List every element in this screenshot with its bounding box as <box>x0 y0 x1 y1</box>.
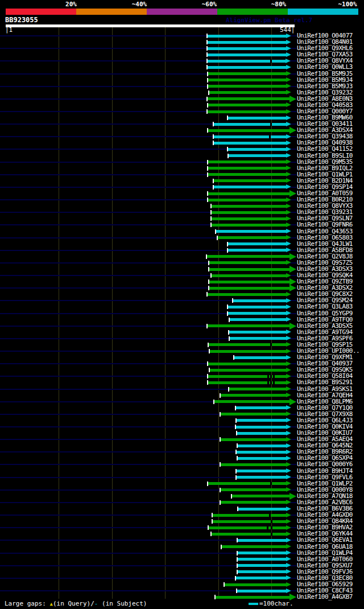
alignment-bar[interactable] <box>228 148 286 151</box>
alignment-bar[interactable] <box>229 388 286 390</box>
alignment-bar[interactable] <box>237 564 286 567</box>
hit-label[interactable]: UniRef100_Q0WLL3 <box>297 64 353 70</box>
alignment-bar[interactable] <box>235 406 286 409</box>
hit-label[interactable]: UniRef100_A7QEH4 <box>297 392 353 398</box>
hit-label[interactable]: UniRef100_B9HJT4 <box>297 468 353 474</box>
alignment-bar[interactable] <box>208 161 287 163</box>
alignment-bar[interactable] <box>228 249 286 252</box>
alignment-bar[interactable] <box>225 583 287 586</box>
alignment-bar[interactable] <box>209 261 287 264</box>
hit-label[interactable]: UniRef100_Q8LPM6 <box>297 398 353 405</box>
alignment-bar[interactable] <box>228 154 286 157</box>
alignment-bar[interactable] <box>237 552 286 554</box>
hit-label[interactable]: UniRef100_A9SKS1 <box>297 386 353 392</box>
alignment-bar[interactable] <box>208 167 287 170</box>
alignment-bar[interactable] <box>208 97 289 100</box>
alignment-bar[interactable] <box>236 451 286 454</box>
hit-label[interactable]: UniRef100_Q41152 <box>297 146 353 152</box>
hit-label[interactable]: UniRef100_O65803 <box>297 234 353 241</box>
alignment-bar[interactable] <box>211 211 286 214</box>
alignment-bar[interactable] <box>216 596 289 599</box>
alignment-bar[interactable] <box>208 85 287 88</box>
alignment-bar[interactable] <box>208 104 287 106</box>
hit-label[interactable]: UniRef100_Q3LA83 <box>297 303 353 310</box>
alignment-bar[interactable] <box>220 394 286 397</box>
alignment-bar[interactable] <box>209 281 289 283</box>
alignment-bar[interactable] <box>212 514 286 517</box>
hit-label[interactable]: UniRef100_A4GXB7 <box>297 594 353 600</box>
alignment-bar[interactable] <box>236 476 286 479</box>
alignment-bar[interactable] <box>228 306 286 308</box>
alignment-bar[interactable] <box>213 186 286 188</box>
alignment-bar[interactable] <box>210 350 287 353</box>
alignment-bar[interactable] <box>208 192 289 195</box>
alignment-bar[interactable] <box>235 577 286 579</box>
alignment-bar[interactable] <box>206 255 289 258</box>
alignment-bar[interactable] <box>208 324 289 327</box>
alignment-bar[interactable] <box>208 199 287 201</box>
alignment-bar[interactable] <box>209 343 287 346</box>
alignment-bar[interactable] <box>216 230 287 233</box>
alignment-bar[interactable] <box>214 400 289 403</box>
hit-label[interactable]: UniRef100_Q6UA18 <box>297 544 353 550</box>
alignment-bar[interactable] <box>228 242 286 245</box>
alignment-bar[interactable] <box>220 438 286 441</box>
alignment-bar[interactable] <box>237 432 286 435</box>
alignment-bar[interactable] <box>208 79 287 81</box>
alignment-bar[interactable] <box>213 142 286 145</box>
alignment-bar[interactable] <box>209 287 289 290</box>
alignment-bar[interactable] <box>220 488 286 491</box>
alignment-bar[interactable] <box>208 482 287 485</box>
alignment-bar[interactable] <box>209 91 287 94</box>
alignment-bar[interactable] <box>237 539 286 542</box>
alignment-bar[interactable] <box>211 217 286 220</box>
alignment-bar[interactable] <box>237 457 286 460</box>
alignment-bar[interactable] <box>229 331 286 334</box>
alignment-bar[interactable] <box>208 129 289 132</box>
alignment-bar[interactable] <box>211 224 286 227</box>
alignment-bar[interactable] <box>208 41 287 44</box>
alignment-bar[interactable] <box>229 318 286 321</box>
hit-label[interactable]: UniRef100_B5M9J3 <box>297 83 353 89</box>
alignment-bar[interactable] <box>234 356 287 359</box>
alignment-bar[interactable] <box>208 47 287 50</box>
hit-label[interactable]: UniRef100_Q43653 <box>297 228 353 234</box>
alignment-bar[interactable] <box>208 60 286 63</box>
alignment-bar[interactable] <box>232 495 289 497</box>
alignment-bar[interactable] <box>213 123 286 126</box>
alignment-bar[interactable] <box>208 66 287 69</box>
alignment-bar[interactable] <box>238 508 286 511</box>
hit-label[interactable]: UniRef100_B5M9J4 <box>297 77 353 83</box>
alignment-bar[interactable] <box>208 293 287 296</box>
alignment-bar[interactable] <box>237 558 286 561</box>
alignment-bar[interactable] <box>228 312 286 315</box>
alignment-bar[interactable] <box>208 173 287 176</box>
alignment-bar[interactable] <box>218 236 287 239</box>
alignment-bar[interactable] <box>233 299 287 302</box>
alignment-bar[interactable] <box>237 590 286 592</box>
alignment-bar[interactable] <box>211 205 286 208</box>
alignment-bar[interactable] <box>235 426 286 429</box>
alignment-bar[interactable] <box>208 54 287 56</box>
alignment-bar[interactable] <box>228 117 286 120</box>
hit-label[interactable]: UniRef100_Q6EVA1 <box>297 537 353 543</box>
hit-label[interactable]: UniRef100_Q9FNR6 <box>297 221 353 228</box>
alignment-bar[interactable] <box>210 369 287 372</box>
alignment-bar[interactable] <box>213 179 286 182</box>
alignment-bar[interactable] <box>208 35 287 38</box>
hit-label[interactable]: UniRef100_A9TFQ0 <box>297 316 353 323</box>
alignment-bar[interactable] <box>213 135 286 138</box>
alignment-bar[interactable] <box>221 545 286 548</box>
alignment-bar[interactable] <box>220 501 286 504</box>
alignment-bar[interactable] <box>236 470 286 472</box>
hit-label[interactable]: UniRef100_A0T060 <box>297 556 353 562</box>
hit-label[interactable]: UniRef100_Q9M535 <box>297 159 353 165</box>
alignment-bar[interactable] <box>212 520 286 523</box>
alignment-bar[interactable] <box>220 413 286 415</box>
hit-label[interactable]: UniRef100_Q9FVL6 <box>297 474 353 480</box>
alignment-bar[interactable] <box>237 445 286 447</box>
alignment-bar[interactable] <box>229 337 286 340</box>
alignment-bar[interactable] <box>209 526 287 529</box>
alignment-bar[interactable] <box>211 274 286 277</box>
hit-label[interactable]: UniRef100_Q5YGP9 <box>297 310 353 316</box>
